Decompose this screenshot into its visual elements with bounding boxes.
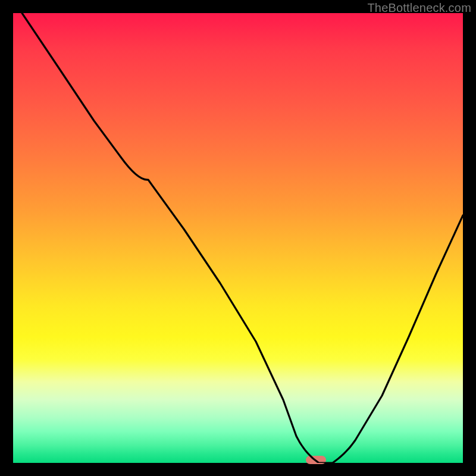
plot-area — [13, 13, 463, 463]
bottleneck-curve — [22, 13, 463, 463]
chart-frame: TheBottleneck.com — [0, 0, 476, 476]
watermark-text: TheBottleneck.com — [367, 1, 471, 15]
curve-overlay — [13, 13, 463, 463]
